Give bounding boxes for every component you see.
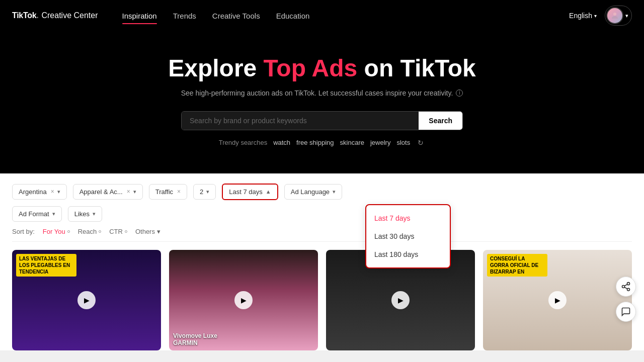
play-button-2[interactable]: ▶ — [234, 291, 253, 309]
sort-option-reach[interactable]: Reach — [78, 228, 102, 235]
video-badge-1: LAS VENTAJAS DE LOS PLEGABLES EN TENDENC… — [16, 254, 76, 277]
play-button-1[interactable]: ▶ — [77, 291, 96, 309]
navbar-right: English ▾ ▾ — [569, 6, 632, 26]
svg-point-0 — [613, 13, 616, 16]
search-row: Search — [0, 111, 644, 130]
svg-point-3 — [627, 288, 630, 291]
nav-items: Inspiration Trends Creative Tools Educat… — [122, 10, 570, 22]
hero-title-highlight: Top Ads — [264, 55, 358, 81]
trendy-tag-free-shipping[interactable]: free shipping — [296, 139, 334, 146]
filter-industry-chevron-icon: ▾ — [133, 189, 136, 195]
avatar-wrapper[interactable]: ▾ — [605, 6, 632, 26]
info-icon[interactable]: i — [456, 89, 463, 97]
sort-for-you-info-icon[interactable] — [67, 230, 70, 233]
filter-ad-format-label: Ad Format — [19, 210, 49, 218]
date-range-dropdown: Last 7 days Last 30 days Last 180 days — [365, 204, 451, 268]
trendy-searches-row: Trendy searches watch free shipping skin… — [0, 138, 644, 147]
filter-country-label: Argentina — [19, 188, 47, 196]
filter-ad-language[interactable]: Ad Language ▾ — [284, 184, 342, 200]
video-card-1[interactable]: ▶ LAS VENTAJAS DE LOS PLEGABLES EN TENDE… — [12, 250, 161, 350]
filter-likes-label: Likes — [74, 210, 90, 218]
sort-ctr-info-icon[interactable] — [125, 230, 127, 233]
sort-reach-info-icon[interactable] — [99, 230, 101, 233]
video-badge-4: CONSEGUÍ LA GORRA OFICIAL DE BIZARRAP EN — [487, 254, 547, 277]
filter-count-chevron-icon: ▾ — [206, 189, 209, 195]
avatar-chevron-icon: ▾ — [625, 13, 628, 19]
trendy-tag-watch[interactable]: watch — [273, 139, 290, 146]
svg-line-5 — [624, 284, 627, 286]
video-grid: ▶ LAS VENTAJAS DE LOS PLEGABLES EN TENDE… — [0, 242, 644, 350]
search-box: Search — [181, 111, 463, 130]
trendy-tag-slots[interactable]: slots — [396, 139, 410, 146]
hero-title-suffix: on TikTok — [357, 55, 476, 81]
filter-country[interactable]: Argentina × ▾ — [12, 184, 67, 200]
svg-point-1 — [627, 283, 630, 285]
filter-date-range-label: Last 7 days — [229, 188, 263, 196]
sort-row: Sort by: For You Reach CTR Others ▾ — [12, 228, 632, 242]
filter-date-range[interactable]: Last 7 days ▲ — [222, 184, 278, 200]
logo-tiktok: TikTok. — [12, 11, 38, 20]
search-button[interactable]: Search — [419, 112, 462, 130]
hero-section: Explore Top Ads on TikTok See high-perfo… — [0, 31, 644, 173]
video-card-4[interactable]: ▶ CONSEGUÍ LA GORRA OFICIAL DE BIZARRAP … — [483, 250, 632, 350]
svg-line-4 — [624, 287, 627, 289]
filter-likes[interactable]: Likes ▾ — [68, 206, 102, 222]
trendy-tag-skincare[interactable]: skincare — [340, 139, 364, 146]
filter-section: Argentina × ▾ Apparel & Ac... × ▾ Traffi… — [0, 173, 644, 242]
trendy-label: Trendy searches — [219, 139, 267, 146]
filter-likes-chevron-icon: ▾ — [93, 211, 96, 217]
share-fab-button[interactable] — [616, 277, 636, 297]
filter-ad-format-chevron-icon: ▾ — [52, 211, 55, 217]
hero-subtitle: See high-performing auction ads on TikTo… — [0, 89, 644, 97]
navbar: TikTok. Creative Center Inspiration Tren… — [0, 0, 644, 31]
filter-country-chevron-icon: ▾ — [57, 189, 60, 195]
filter-objective[interactable]: Traffic × — [149, 184, 187, 200]
filter-ad-format[interactable]: Ad Format ▾ — [12, 206, 62, 222]
video-card-2[interactable]: ▶ Vivomove LuxeGARMIN — [169, 250, 318, 350]
filter-row-top: Argentina × ▾ Apparel & Ac... × ▾ Traffi… — [12, 184, 632, 200]
dropdown-option-180-days[interactable]: Last 180 days — [366, 245, 450, 263]
filter-objective-label: Traffic — [155, 188, 173, 196]
logo-dot: . — [36, 11, 38, 20]
sort-option-others[interactable]: Others ▾ — [135, 228, 160, 235]
play-button-3[interactable]: ▶ — [391, 291, 410, 309]
dropdown-option-30-days[interactable]: Last 30 days — [366, 227, 450, 245]
hero-title: Explore Top Ads on TikTok — [0, 55, 644, 82]
filter-country-close-icon[interactable]: × — [51, 188, 54, 195]
avatar — [606, 7, 623, 24]
video-overlay-2: Vivomove LuxeGARMIN — [173, 332, 314, 346]
filter-objective-close-icon[interactable]: × — [177, 188, 181, 195]
trendy-tag-jewelry[interactable]: jewelry — [370, 139, 390, 146]
filter-row-bottom: Ad Format ▾ Likes ▾ — [12, 206, 632, 222]
filter-ad-language-chevron-icon: ▾ — [333, 189, 336, 195]
refresh-icon[interactable]: ↻ — [416, 138, 425, 147]
logo-creative-center: Creative Center — [41, 11, 98, 20]
hero-title-prefix: Explore — [168, 55, 263, 81]
language-label: English — [569, 12, 592, 20]
filter-ad-language-label: Ad Language — [291, 188, 330, 196]
nav-item-creative-tools[interactable]: Creative Tools — [212, 10, 260, 22]
filter-industry-label: Apparel & Ac... — [79, 188, 123, 196]
filter-count[interactable]: 2 ▾ — [193, 184, 216, 200]
sort-option-for-you[interactable]: For You — [43, 228, 70, 235]
sort-by-label: Sort by: — [12, 228, 35, 235]
dropdown-option-7-days[interactable]: Last 7 days — [366, 209, 450, 227]
filter-count-label: 2 — [200, 188, 203, 196]
sort-option-ctr[interactable]: CTR — [109, 228, 127, 235]
filter-industry[interactable]: Apparel & Ac... × ▾ — [73, 184, 143, 200]
nav-item-inspiration[interactable]: Inspiration — [122, 10, 157, 22]
logo[interactable]: TikTok. Creative Center — [12, 11, 98, 20]
chat-fab-button[interactable] — [616, 302, 636, 322]
nav-item-trends[interactable]: Trends — [173, 10, 196, 22]
language-selector[interactable]: English ▾ — [569, 12, 597, 20]
play-button-4[interactable]: ▶ — [548, 291, 567, 309]
filter-date-range-chevron-icon: ▲ — [266, 189, 271, 195]
search-input[interactable] — [182, 112, 419, 130]
nav-item-education[interactable]: Education — [276, 10, 310, 22]
language-chevron-icon: ▾ — [594, 13, 597, 19]
fab-group — [616, 277, 636, 322]
filter-industry-close-icon[interactable]: × — [127, 188, 130, 195]
svg-point-2 — [622, 286, 625, 288]
